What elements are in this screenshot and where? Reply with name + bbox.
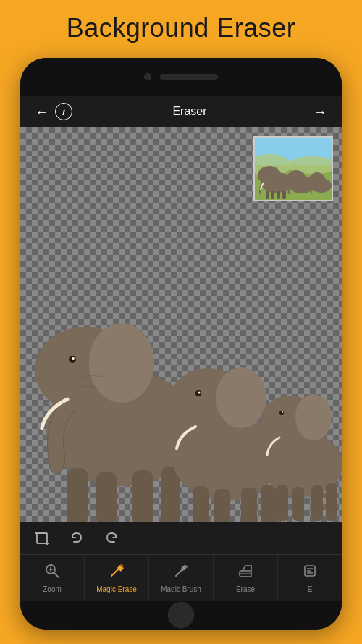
phone-camera <box>144 73 151 80</box>
svg-point-34 <box>287 170 306 186</box>
svg-point-20 <box>295 394 332 440</box>
svg-rect-4 <box>96 472 117 522</box>
svg-point-2 <box>89 323 154 403</box>
magic-erase-label: Magic Erase <box>96 585 137 593</box>
svg-line-59 <box>187 566 188 567</box>
svg-point-26 <box>282 411 283 413</box>
svg-point-36 <box>309 172 325 187</box>
toolbar-title: Eraser <box>72 105 307 118</box>
zoom-label: Zoom <box>43 585 62 593</box>
svg-line-50 <box>111 569 119 576</box>
thumbnail-elephants <box>255 138 333 201</box>
svg-rect-40 <box>282 191 286 199</box>
magic-erase-tool[interactable]: Magic Erase <box>85 555 149 601</box>
undo-button[interactable] <box>67 528 87 548</box>
svg-point-25 <box>279 411 284 415</box>
extra-label: E <box>308 585 313 593</box>
svg-line-47 <box>54 573 59 577</box>
extra-tool[interactable]: E <box>278 555 342 601</box>
svg-rect-21 <box>277 485 288 521</box>
phone-top-bezel <box>20 58 342 96</box>
svg-point-17 <box>198 392 201 394</box>
forward-button[interactable]: → <box>307 101 333 123</box>
magic-brush-tool[interactable]: Magic Brush <box>149 555 214 601</box>
svg-rect-38 <box>271 191 274 199</box>
erase-label: Erase <box>236 585 255 593</box>
svg-rect-37 <box>266 191 269 199</box>
svg-point-8 <box>72 357 75 360</box>
control-strip <box>20 522 342 554</box>
erase-icon <box>237 563 253 582</box>
svg-rect-15 <box>261 485 277 522</box>
app-screen: ← i Eraser → <box>20 96 342 601</box>
magic-brush-label: Magic Brush <box>161 585 201 593</box>
info-button[interactable]: i <box>55 103 72 120</box>
svg-point-11 <box>216 367 266 428</box>
bottom-toolbar: Zoom Magic Erase <box>20 554 342 601</box>
thumbnail-preview <box>253 136 333 201</box>
svg-point-53 <box>120 564 122 565</box>
svg-rect-12 <box>193 486 209 522</box>
svg-point-52 <box>122 564 123 566</box>
svg-rect-5 <box>132 470 153 522</box>
crop-button[interactable] <box>32 528 52 548</box>
svg-rect-13 <box>214 489 230 522</box>
phone-bottom-bezel <box>20 601 342 630</box>
svg-rect-41 <box>37 533 47 543</box>
svg-rect-39 <box>277 191 280 199</box>
thumbnail-inner <box>255 138 332 200</box>
app-toolbar: ← i Eraser → <box>20 96 342 127</box>
phone-frame: ← i Eraser → <box>20 58 342 630</box>
svg-rect-22 <box>292 487 304 521</box>
svg-point-54 <box>122 567 124 569</box>
magic-erase-icon <box>109 563 125 582</box>
page-title: Background Eraser <box>0 13 362 43</box>
back-button[interactable]: ← <box>29 101 55 123</box>
phone-speaker <box>160 74 218 80</box>
svg-rect-23 <box>311 485 323 521</box>
svg-rect-14 <box>241 488 257 522</box>
erase-tool[interactable]: Erase <box>214 555 278 601</box>
extra-icon <box>302 563 318 582</box>
zoom-tool[interactable]: Zoom <box>20 555 85 601</box>
canvas-area[interactable] <box>20 127 342 522</box>
svg-rect-24 <box>326 483 337 521</box>
svg-rect-3 <box>67 468 88 522</box>
svg-line-55 <box>176 569 182 576</box>
phone-home-button[interactable] <box>168 602 194 628</box>
svg-point-32 <box>258 166 281 185</box>
redo-button[interactable] <box>101 528 122 548</box>
zoom-icon <box>44 563 60 582</box>
magic-brush-icon <box>173 563 189 582</box>
